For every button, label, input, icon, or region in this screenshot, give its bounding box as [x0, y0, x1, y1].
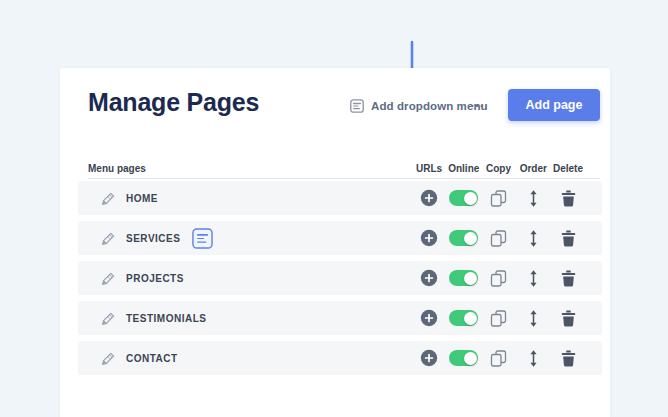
table-row: SERVICES [78, 221, 602, 255]
edit-pencil-icon[interactable] [100, 270, 117, 287]
order-drag-icon[interactable] [516, 190, 550, 207]
order-drag-icon[interactable] [516, 230, 550, 247]
edit-pencil-icon[interactable] [100, 190, 117, 207]
online-toggle[interactable] [447, 190, 481, 206]
row-actions [412, 309, 585, 327]
row-actions [412, 229, 585, 247]
table-row: CONTACT [78, 341, 602, 375]
menu-pages-column-label: Menu pages [88, 163, 146, 174]
copy-page-icon[interactable] [482, 230, 516, 247]
dropdown-menu-badge-icon[interactable] [192, 228, 213, 249]
copy-page-icon[interactable] [482, 270, 516, 287]
add-url-button[interactable] [412, 349, 446, 367]
row-actions [412, 189, 585, 207]
delete-trash-icon[interactable] [551, 350, 585, 367]
dropdown-menu-icon [350, 99, 364, 113]
delete-trash-icon[interactable] [551, 190, 585, 207]
urls-column-label: URLs [412, 163, 446, 174]
edit-pencil-icon[interactable] [100, 310, 117, 327]
order-drag-icon[interactable] [516, 350, 550, 367]
online-toggle[interactable] [447, 270, 481, 286]
copy-page-icon[interactable] [482, 350, 516, 367]
order-column-label: Order [516, 163, 550, 174]
add-url-button[interactable] [412, 229, 446, 247]
online-toggle[interactable] [447, 230, 481, 246]
more-options-button[interactable]: ••• [466, 93, 490, 117]
table-column-header: Menu pages URLs Online Copy Order Delete [88, 161, 600, 176]
delete-trash-icon[interactable] [551, 270, 585, 287]
order-drag-icon[interactable] [516, 310, 550, 327]
copy-column-label: Copy [482, 163, 516, 174]
row-actions [412, 269, 585, 287]
edit-pencil-icon[interactable] [100, 230, 117, 247]
table-row: PROJECTS [78, 261, 602, 295]
row-label: HOME [126, 193, 158, 204]
edit-pencil-icon[interactable] [100, 350, 117, 367]
order-drag-icon[interactable] [516, 270, 550, 287]
copy-page-icon[interactable] [482, 310, 516, 327]
row-label: CONTACT [126, 353, 178, 364]
page-background: { "header": { "title": "Manage Pages", "… [0, 0, 668, 417]
add-url-button[interactable] [412, 189, 446, 207]
copy-page-icon[interactable] [482, 190, 516, 207]
manage-pages-card: Manage Pages Add dropdown menu ••• Add p… [60, 68, 610, 417]
delete-trash-icon[interactable] [551, 230, 585, 247]
online-column-label: Online [447, 163, 481, 174]
add-url-button[interactable] [412, 269, 446, 287]
action-column-labels: URLs Online Copy Order Delete [412, 163, 585, 174]
pages-list: HOME [78, 181, 602, 381]
row-label: TESTIMONIALS [126, 313, 206, 324]
add-url-button[interactable] [412, 309, 446, 327]
delete-column-label: Delete [551, 163, 585, 174]
online-toggle[interactable] [447, 310, 481, 326]
delete-trash-icon[interactable] [551, 310, 585, 327]
table-row: HOME [78, 181, 602, 215]
online-toggle[interactable] [447, 350, 481, 366]
row-label: SERVICES [126, 233, 180, 244]
header-divider [88, 178, 600, 179]
add-page-button[interactable]: Add page [508, 89, 600, 121]
page-title: Manage Pages [88, 88, 259, 117]
row-label: PROJECTS [126, 273, 184, 284]
row-actions [412, 349, 585, 367]
table-row: TESTIMONIALS [78, 301, 602, 335]
